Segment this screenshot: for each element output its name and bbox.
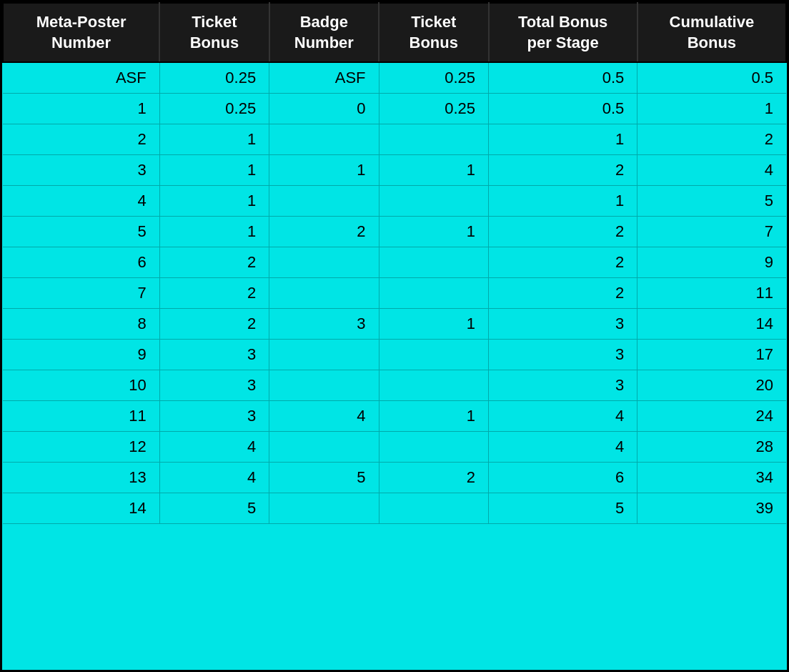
cell-row13-col5: 34 — [637, 463, 786, 493]
cell-row2-col4: 1 — [489, 124, 637, 155]
cell-row6-col0: 6 — [3, 247, 159, 278]
cell-row8-col2: 3 — [269, 309, 379, 340]
cell-row4-col2 — [269, 186, 379, 217]
header-ticket-bonus: TicketBonus — [159, 3, 269, 62]
cell-row1-col2: 0 — [269, 94, 379, 124]
cell-row13-col2: 5 — [269, 463, 379, 493]
cell-row1-col1: 0.25 — [159, 94, 269, 124]
header-badge-ticket-bonus: TicketBonus — [379, 3, 488, 62]
table-row: 10.2500.250.51 — [3, 94, 786, 124]
cell-row12-col0: 12 — [3, 432, 159, 463]
cell-row0-col0: ASF — [3, 62, 159, 94]
cell-row12-col2 — [269, 432, 379, 463]
cell-row8-col0: 8 — [3, 309, 159, 340]
cell-row5-col1: 1 — [159, 217, 269, 247]
cell-row2-col2 — [269, 124, 379, 155]
cell-row9-col2 — [269, 340, 379, 370]
cell-row13-col4: 6 — [489, 463, 637, 493]
cell-row10-col0: 10 — [3, 370, 159, 401]
cell-row1-col4: 0.5 — [489, 94, 637, 124]
cell-row7-col1: 2 — [159, 278, 269, 309]
table-row: 8231314 — [3, 309, 786, 340]
table-row: 11341424 — [3, 401, 786, 432]
cell-row1-col5: 1 — [637, 94, 786, 124]
cell-row2-col3 — [379, 124, 488, 155]
cell-row5-col5: 7 — [637, 217, 786, 247]
cell-row2-col5: 2 — [637, 124, 786, 155]
cell-row13-col1: 4 — [159, 463, 269, 493]
cell-row7-col5: 11 — [637, 278, 786, 309]
cell-row5-col3: 1 — [379, 217, 488, 247]
cell-row10-col5: 20 — [637, 370, 786, 401]
cell-row10-col4: 3 — [489, 370, 637, 401]
cell-row12-col3 — [379, 432, 488, 463]
cell-row3-col0: 3 — [3, 155, 159, 186]
cell-row7-col3 — [379, 278, 488, 309]
cell-row8-col4: 3 — [489, 309, 637, 340]
cell-row9-col4: 3 — [489, 340, 637, 370]
cell-row6-col4: 2 — [489, 247, 637, 278]
cell-row11-col3: 1 — [379, 401, 488, 432]
cell-row10-col1: 3 — [159, 370, 269, 401]
cell-row5-col4: 2 — [489, 217, 637, 247]
table-row: 72211 — [3, 278, 786, 309]
cell-row7-col0: 7 — [3, 278, 159, 309]
cell-row5-col2: 2 — [269, 217, 379, 247]
cell-row3-col2: 1 — [269, 155, 379, 186]
table-row: 6229 — [3, 247, 786, 278]
cell-row0-col2: ASF — [269, 62, 379, 94]
cell-row11-col1: 3 — [159, 401, 269, 432]
cell-row9-col3 — [379, 340, 488, 370]
cell-row2-col1: 1 — [159, 124, 269, 155]
header-cumulative-bonus: CumulativeBonus — [637, 3, 786, 62]
cell-row2-col0: 2 — [3, 124, 159, 155]
cell-row11-col0: 11 — [3, 401, 159, 432]
cell-row0-col3: 0.25 — [379, 62, 488, 94]
table-row: 512127 — [3, 217, 786, 247]
cell-row10-col2 — [269, 370, 379, 401]
cell-row11-col4: 4 — [489, 401, 637, 432]
cell-row4-col4: 1 — [489, 186, 637, 217]
cell-row1-col3: 0.25 — [379, 94, 488, 124]
bonus-table-container: Meta-PosterNumber TicketBonus BadgeNumbe… — [0, 0, 789, 672]
cell-row8-col1: 2 — [159, 309, 269, 340]
table-row: 145539 — [3, 493, 786, 524]
table-row: 2112 — [3, 124, 786, 155]
cell-row7-col2 — [269, 278, 379, 309]
cell-row6-col3 — [379, 247, 488, 278]
cell-row0-col5: 0.5 — [637, 62, 786, 94]
header-total-bonus-per-stage: Total Bonusper Stage — [489, 3, 637, 62]
cell-row14-col3 — [379, 493, 488, 524]
cell-row9-col5: 17 — [637, 340, 786, 370]
cell-row4-col1: 1 — [159, 186, 269, 217]
cell-row13-col0: 13 — [3, 463, 159, 493]
cell-row13-col3: 2 — [379, 463, 488, 493]
table-row: ASF0.25ASF0.250.50.5 — [3, 62, 786, 94]
cell-row0-col1: 0.25 — [159, 62, 269, 94]
cell-row9-col1: 3 — [159, 340, 269, 370]
cell-row4-col3 — [379, 186, 488, 217]
table-row: 311124 — [3, 155, 786, 186]
cell-row6-col5: 9 — [637, 247, 786, 278]
cell-row11-col5: 24 — [637, 401, 786, 432]
cell-row1-col0: 1 — [3, 94, 159, 124]
cell-row3-col1: 1 — [159, 155, 269, 186]
cell-row12-col4: 4 — [489, 432, 637, 463]
cell-row6-col1: 2 — [159, 247, 269, 278]
table-row: 103320 — [3, 370, 786, 401]
cell-row0-col4: 0.5 — [489, 62, 637, 94]
cell-row10-col3 — [379, 370, 488, 401]
header-badge-number: BadgeNumber — [269, 3, 379, 62]
cell-row9-col0: 9 — [3, 340, 159, 370]
table-header-row: Meta-PosterNumber TicketBonus BadgeNumbe… — [3, 3, 786, 62]
cell-row14-col2 — [269, 493, 379, 524]
table-row: 93317 — [3, 340, 786, 370]
cell-row12-col1: 4 — [159, 432, 269, 463]
cell-row7-col4: 2 — [489, 278, 637, 309]
header-meta-poster-number: Meta-PosterNumber — [3, 3, 159, 62]
cell-row14-col4: 5 — [489, 493, 637, 524]
cell-row14-col5: 39 — [637, 493, 786, 524]
cell-row14-col0: 14 — [3, 493, 159, 524]
cell-row3-col3: 1 — [379, 155, 488, 186]
table-row: 124428 — [3, 432, 786, 463]
